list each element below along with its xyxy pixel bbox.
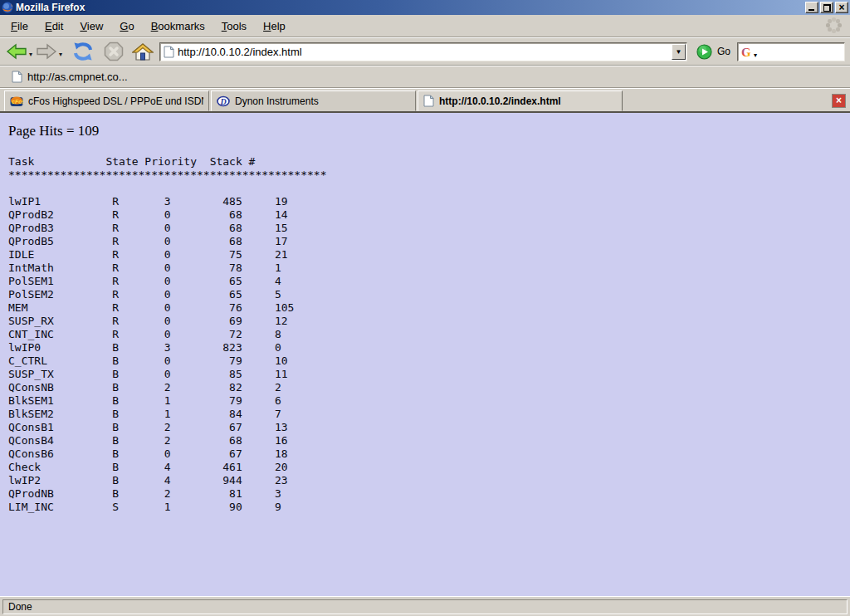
- url-input[interactable]: [178, 45, 671, 59]
- url-bar[interactable]: ▼: [159, 42, 687, 61]
- close-button[interactable]: ×: [835, 2, 848, 13]
- reload-icon: [71, 42, 95, 61]
- url-dropdown-button[interactable]: ▼: [672, 44, 686, 60]
- tab-active-index[interactable]: http://10.0.10.2/index.html: [418, 90, 623, 111]
- search-input[interactable]: [758, 45, 844, 59]
- status-bar: Done: [0, 596, 850, 616]
- minimize-icon: [808, 9, 814, 11]
- tab-dynon[interactable]: D Dynon Instruments: [211, 90, 416, 111]
- bookmark-item[interactable]: http://as.cmpnet.co...: [7, 69, 133, 85]
- menubar: File Edit View Go Bookmarks Tools Help: [0, 15, 850, 37]
- svg-text:D: D: [220, 96, 227, 105]
- bookmark-label: http://as.cmpnet.co...: [27, 71, 128, 83]
- svg-text:cFos: cFos: [12, 99, 23, 105]
- go-icon: [696, 44, 712, 60]
- back-button[interactable]: [5, 42, 28, 61]
- tab-label: http://10.0.10.2/index.html: [439, 95, 561, 107]
- search-box[interactable]: G ▾: [737, 42, 845, 61]
- forward-dropdown[interactable]: ▾: [59, 51, 62, 58]
- navigation-toolbar: ▾ ▾: [0, 37, 850, 66]
- back-icon: [6, 42, 27, 61]
- page-icon: [164, 46, 174, 58]
- home-button[interactable]: [131, 42, 154, 62]
- home-icon: [132, 42, 154, 61]
- tab-label: Dynon Instruments: [235, 95, 319, 107]
- status-panel: Done: [2, 599, 848, 614]
- tab-bar: cFos cFos Highspeed DSL / PPPoE und ISDN…: [0, 88, 850, 113]
- back-dropdown[interactable]: ▾: [29, 51, 32, 58]
- close-tab-button[interactable]: ×: [832, 94, 846, 108]
- page-icon: [423, 95, 434, 107]
- restore-icon: [823, 4, 831, 12]
- page-icon: [12, 71, 22, 83]
- go-button[interactable]: [696, 43, 713, 61]
- window-title: Mozilla Firefox: [16, 2, 804, 13]
- throbber-icon: [825, 17, 843, 35]
- forward-icon: [36, 42, 57, 61]
- titlebar: Mozilla Firefox ×: [0, 0, 850, 15]
- forward-button[interactable]: [35, 42, 58, 61]
- reload-button[interactable]: [70, 41, 96, 62]
- menu-tools[interactable]: Tools: [213, 16, 255, 37]
- status-text: Done: [8, 601, 32, 613]
- search-engine-dropdown[interactable]: ▾: [754, 51, 757, 59]
- go-label[interactable]: Go: [717, 46, 730, 57]
- task-table: Task State Priority Stack # ************…: [8, 155, 850, 514]
- stop-button[interactable]: [103, 41, 125, 62]
- menu-help[interactable]: Help: [255, 16, 294, 37]
- page-content: Page Hits = 109 Task State Priority Stac…: [0, 113, 850, 596]
- bookmarks-toolbar: http://as.cmpnet.co...: [0, 66, 850, 88]
- window-controls: ×: [804, 2, 848, 13]
- firefox-window: Mozilla Firefox × File Edit View Go Book…: [0, 0, 850, 616]
- menu-go[interactable]: Go: [111, 16, 142, 37]
- minimize-button[interactable]: [805, 2, 818, 13]
- google-icon[interactable]: G: [740, 45, 754, 59]
- dynon-icon: D: [217, 95, 230, 108]
- tab-cfos[interactable]: cFos cFos Highspeed DSL / PPPoE und ISDN…: [4, 90, 209, 111]
- menu-edit[interactable]: Edit: [37, 16, 71, 37]
- menu-bookmarks[interactable]: Bookmarks: [143, 16, 213, 37]
- tab-label: cFos Highspeed DSL / PPPoE und ISDN CAP.…: [28, 95, 203, 107]
- page-hits-text: Page Hits = 109: [8, 123, 850, 139]
- restore-button[interactable]: [820, 2, 833, 13]
- cfos-icon: cFos: [10, 95, 23, 108]
- menu-view[interactable]: View: [71, 16, 111, 37]
- stop-icon: [104, 42, 124, 61]
- firefox-icon: [2, 2, 13, 13]
- svg-text:G: G: [741, 46, 751, 59]
- close-icon: ×: [838, 3, 844, 12]
- menu-file[interactable]: File: [2, 16, 37, 37]
